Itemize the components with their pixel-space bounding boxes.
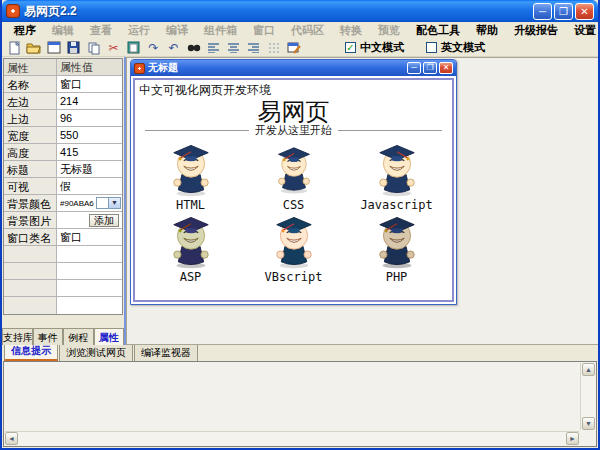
php-mascot-icon [368, 212, 426, 270]
canvas-subtitle: 中文可视化网页开发环境 [139, 82, 448, 99]
minimize-button[interactable]: ─ [533, 3, 552, 20]
tab-examples[interactable]: 例程 [63, 328, 94, 345]
table-row[interactable]: 标题 无标题 [4, 161, 122, 178]
maximize-button[interactable]: ❐ [554, 3, 573, 20]
menu-convert[interactable]: 转换 [332, 22, 370, 39]
paste-icon[interactable] [125, 40, 142, 55]
open-folder-icon[interactable] [25, 40, 42, 55]
table-row[interactable]: 名称 窗口 [4, 76, 122, 93]
menu-preview[interactable]: 预览 [370, 22, 408, 39]
close-button[interactable]: ✕ [575, 3, 594, 20]
designer-minimize-button[interactable]: ─ [407, 62, 421, 74]
table-row-empty [4, 263, 122, 280]
list-item-php[interactable]: PHP [345, 212, 448, 284]
window-properties-icon[interactable] [45, 40, 62, 55]
align-left-icon[interactable] [205, 40, 222, 55]
prop-value[interactable]: 415 [57, 144, 122, 160]
list-item-vbscript[interactable]: VBscript [242, 212, 345, 284]
color-swatch [97, 198, 109, 208]
list-item-html[interactable]: HTML [139, 140, 242, 212]
tab-properties[interactable]: 属性 [94, 328, 125, 345]
design-canvas[interactable]: 中文可视化网页开发环境 易网页 开发从这里开始 HTML CSS [133, 78, 454, 302]
menu-color-tool[interactable]: 配色工具 [408, 22, 468, 39]
scroll-down-icon[interactable]: ▼ [582, 417, 595, 430]
prop-value: 添加 [57, 212, 122, 228]
canvas-heading: 易网页 [139, 99, 448, 125]
prop-value[interactable]: 窗口 [57, 229, 122, 245]
vertical-scrollbar[interactable]: ▲ ▼ [580, 363, 595, 430]
tab-events[interactable]: 事件 [33, 328, 64, 345]
designer-title-bar[interactable]: 无标题 ─ ❐ ✕ [131, 60, 456, 76]
menu-component-box[interactable]: 组件箱 [196, 22, 245, 39]
list-item-javascript[interactable]: Javascript [345, 140, 448, 212]
tab-browse-test-page[interactable]: 浏览测试网页 [59, 344, 133, 361]
menu-program[interactable]: 程序 [6, 22, 44, 39]
menu-compile[interactable]: 编译 [158, 22, 196, 39]
grid-icon[interactable] [265, 40, 282, 55]
tab-support-library[interactable]: 支持库 [2, 328, 33, 345]
find-icon[interactable] [185, 40, 202, 55]
table-row[interactable]: 可视 假 [4, 178, 122, 195]
output-panel[interactable]: ▲ ▼ ◄ ► [3, 361, 597, 447]
scroll-right-icon[interactable]: ► [566, 432, 579, 445]
menu-run[interactable]: 运行 [120, 22, 158, 39]
list-item-css[interactable]: CSS [242, 140, 345, 212]
new-document-icon[interactable] [5, 40, 22, 55]
property-table: 属性 属性值 名称 窗口 左边 214 上边 96 宽度 550 [3, 58, 123, 315]
horizontal-scrollbar[interactable]: ◄ ► [5, 431, 579, 445]
prop-name: 标题 [4, 161, 57, 177]
save-icon[interactable] [65, 40, 82, 55]
scroll-left-icon[interactable]: ◄ [5, 432, 18, 445]
canvas-tagline: 开发从这里开始 [139, 123, 448, 138]
menu-help[interactable]: 帮助 [468, 22, 506, 39]
align-right-icon[interactable] [245, 40, 262, 55]
header-property: 属性 [4, 59, 57, 75]
scroll-up-icon[interactable]: ▲ [582, 363, 595, 376]
table-header-row: 属性 属性值 [4, 59, 122, 76]
mascot-label: Javascript [345, 198, 448, 212]
undo-icon[interactable]: ↶ [165, 40, 182, 55]
table-row-bg-color[interactable]: 背景颜色 #90ABA6 ▼ [4, 195, 122, 212]
design-icon[interactable] [285, 40, 302, 55]
prop-name: 左边 [4, 93, 57, 109]
prop-value[interactable]: 窗口 [57, 76, 122, 92]
table-row-bg-image[interactable]: 背景图片 添加 [4, 212, 122, 229]
prop-value[interactable]: 550 [57, 127, 122, 143]
list-item-asp[interactable]: ASP [139, 212, 242, 284]
english-mode-checkbox[interactable] [426, 42, 437, 53]
copy-icon[interactable] [85, 40, 102, 55]
prop-name: 窗口类名 [4, 229, 57, 245]
prop-value[interactable]: #90ABA6 ▼ [57, 195, 122, 211]
menu-view[interactable]: 查看 [82, 22, 120, 39]
prop-value[interactable]: 假 [57, 178, 122, 194]
prop-value[interactable]: 214 [57, 93, 122, 109]
language-grid: HTML CSS Javascript [139, 140, 448, 284]
tab-compile-monitor[interactable]: 编译监视器 [134, 344, 198, 361]
add-image-button[interactable]: 添加 [89, 214, 119, 227]
align-center-icon[interactable] [225, 40, 242, 55]
cut-icon[interactable]: ✂ [105, 40, 122, 55]
menu-settings[interactable]: 设置 [566, 22, 600, 39]
asp-mascot-icon [162, 212, 220, 270]
designer-close-button[interactable]: ✕ [439, 62, 453, 74]
table-row[interactable]: 左边 214 [4, 93, 122, 110]
menu-upgrade-report[interactable]: 升级报告 [506, 22, 566, 39]
color-dropdown[interactable]: ▼ [96, 197, 121, 209]
css-mascot-icon [267, 143, 319, 195]
prop-value[interactable]: 无标题 [57, 161, 122, 177]
table-row[interactable]: 窗口类名 窗口 [4, 229, 122, 246]
menu-code-area[interactable]: 代码区 [283, 22, 332, 39]
designer-maximize-button[interactable]: ❐ [423, 62, 437, 74]
output-tabs: 信息提示 浏览测试网页 编译监视器 [2, 345, 598, 361]
prop-name: 上边 [4, 110, 57, 126]
prop-value[interactable]: 96 [57, 110, 122, 126]
table-row[interactable]: 宽度 550 [4, 127, 122, 144]
table-row[interactable]: 高度 415 [4, 144, 122, 161]
chevron-down-icon[interactable]: ▼ [109, 198, 120, 208]
menu-edit[interactable]: 编辑 [44, 22, 82, 39]
menu-window[interactable]: 窗口 [245, 22, 283, 39]
redo-icon[interactable]: ↷ [145, 40, 162, 55]
table-row[interactable]: 上边 96 [4, 110, 122, 127]
mdi-workspace: 无标题 ─ ❐ ✕ 中文可视化网页开发环境 易网页 开发从这里开始 HTML [126, 57, 598, 345]
chinese-mode-checkbox[interactable]: ✓ [345, 42, 356, 53]
